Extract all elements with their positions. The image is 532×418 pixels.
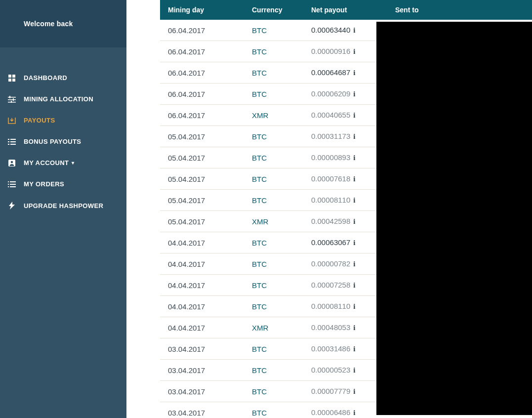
- cell-currency[interactable]: BTC: [244, 381, 303, 402]
- cell-currency[interactable]: BTC: [244, 275, 303, 296]
- cell-currency[interactable]: BTC: [244, 126, 303, 147]
- info-icon[interactable]: i: [353, 90, 355, 98]
- col-currency[interactable]: Currency: [244, 0, 303, 20]
- sidebar-item-my-account[interactable]: MY ACCOUNT▾: [0, 152, 126, 173]
- cell-currency[interactable]: BTC: [244, 360, 303, 381]
- info-icon[interactable]: i: [353, 281, 355, 289]
- info-icon[interactable]: i: [353, 260, 355, 268]
- cell-currency[interactable]: BTC: [244, 296, 303, 317]
- cell-mining-day: 03.04.2017: [160, 402, 244, 418]
- svg-rect-1: [12, 75, 15, 78]
- info-icon[interactable]: i: [353, 69, 355, 77]
- cell-currency[interactable]: BTC: [244, 402, 303, 418]
- cell-net-payout: 0.00007258i: [303, 275, 387, 296]
- bolt-icon: [6, 202, 18, 209]
- content: Mining day Currency Net payout Sent to 0…: [126, 0, 532, 418]
- cell-net-payout: 0.00008110i: [303, 190, 387, 211]
- sidebar-item-mining-allocation[interactable]: MINING ALLOCATION: [0, 88, 126, 110]
- cell-mining-day: 05.04.2017: [160, 126, 244, 147]
- svg-rect-2: [8, 79, 11, 82]
- info-icon[interactable]: i: [353, 366, 355, 374]
- info-icon[interactable]: i: [353, 409, 355, 417]
- sidebar-item-upgrade-hashpower[interactable]: UPGRADE HASHPOWER: [0, 195, 126, 216]
- svg-point-17: [11, 161, 13, 163]
- svg-rect-21: [10, 184, 16, 185]
- col-sent-to[interactable]: Sent to: [387, 0, 532, 20]
- cell-net-payout: 0.00040655i: [303, 105, 387, 126]
- info-icon[interactable]: i: [353, 175, 355, 183]
- sidebar-item-my-orders[interactable]: MY ORDERS: [0, 173, 126, 195]
- info-icon[interactable]: i: [353, 26, 355, 34]
- cell-mining-day: 04.04.2017: [160, 275, 244, 296]
- cell-net-payout: 0.00000916i: [303, 41, 387, 62]
- cell-currency[interactable]: BTC: [244, 62, 303, 84]
- svg-rect-23: [10, 186, 16, 187]
- cell-currency[interactable]: XMR: [244, 317, 303, 338]
- cell-currency[interactable]: BTC: [244, 190, 303, 211]
- cell-mining-day: 06.04.2017: [160, 62, 244, 84]
- svg-rect-15: [10, 144, 16, 145]
- info-icon[interactable]: i: [353, 154, 355, 162]
- cell-net-payout: 0.00000893i: [303, 147, 387, 168]
- cell-mining-day: 06.04.2017: [160, 41, 244, 62]
- cell-net-payout: 0.00007618i: [303, 168, 387, 190]
- info-icon[interactable]: i: [353, 132, 355, 140]
- cell-currency[interactable]: XMR: [244, 105, 303, 126]
- cell-currency[interactable]: BTC: [244, 20, 303, 41]
- cell-net-payout: 0.00063067i: [303, 232, 387, 253]
- info-icon[interactable]: i: [353, 239, 355, 247]
- svg-rect-9: [11, 101, 12, 103]
- user-icon: [6, 160, 18, 167]
- svg-rect-3: [12, 79, 15, 82]
- cell-currency[interactable]: BTC: [244, 147, 303, 168]
- cell-net-payout: 0.00000782i: [303, 253, 387, 275]
- cell-net-payout: 0.00006486i: [303, 402, 387, 418]
- sidebar-item-label: UPGRADE HASHPOWER: [24, 202, 103, 209]
- sidebar-item-bonus-payouts[interactable]: BONUS PAYOUTS: [0, 131, 126, 152]
- svg-rect-10: [8, 139, 9, 140]
- download-box-icon: [6, 117, 18, 124]
- info-icon[interactable]: i: [353, 387, 355, 395]
- info-icon[interactable]: i: [353, 324, 355, 332]
- cell-net-payout: 0.00048053i: [303, 317, 387, 338]
- sidebar-item-label: MINING ALLOCATION: [24, 95, 93, 103]
- info-icon[interactable]: i: [353, 111, 355, 119]
- sidebar-item-label: DASHBOARD: [24, 74, 67, 82]
- cell-net-payout: 0.00042598i: [303, 211, 387, 232]
- welcome-label: Welcome back: [0, 0, 126, 47]
- col-mining-day[interactable]: Mining day: [160, 0, 244, 20]
- cell-currency[interactable]: XMR: [244, 211, 303, 232]
- info-icon[interactable]: i: [353, 302, 355, 310]
- cell-net-payout: 0.00008110i: [303, 296, 387, 317]
- cell-mining-day: 03.04.2017: [160, 360, 244, 381]
- info-icon[interactable]: i: [353, 217, 355, 225]
- cell-net-payout: 0.00031486i: [303, 338, 387, 360]
- info-icon[interactable]: i: [353, 47, 355, 55]
- svg-rect-13: [10, 141, 16, 142]
- svg-rect-11: [10, 139, 16, 140]
- sidebar-item-label: MY ACCOUNT: [24, 159, 69, 167]
- sidebar-item-label: PAYOUTS: [24, 117, 55, 124]
- sidebar-item-payouts[interactable]: PAYOUTS: [0, 110, 126, 131]
- cell-currency[interactable]: BTC: [244, 41, 303, 62]
- cell-currency[interactable]: BTC: [244, 253, 303, 275]
- col-net-payout[interactable]: Net payout: [303, 0, 387, 20]
- sidebar-item-label: BONUS PAYOUTS: [24, 138, 81, 145]
- cell-mining-day: 05.04.2017: [160, 147, 244, 168]
- list-icon: [6, 138, 18, 145]
- svg-rect-19: [10, 181, 16, 182]
- info-icon[interactable]: i: [353, 345, 355, 353]
- info-icon[interactable]: i: [353, 196, 355, 204]
- svg-rect-5: [8, 99, 16, 100]
- sidebar-item-dashboard[interactable]: DASHBOARD: [0, 67, 126, 88]
- cell-currency[interactable]: BTC: [244, 84, 303, 105]
- cell-currency[interactable]: BTC: [244, 168, 303, 190]
- cell-currency[interactable]: BTC: [244, 338, 303, 360]
- svg-rect-4: [8, 97, 16, 98]
- svg-rect-0: [8, 75, 11, 78]
- cell-mining-day: 05.04.2017: [160, 168, 244, 190]
- cell-mining-day: 06.04.2017: [160, 105, 244, 126]
- cell-currency[interactable]: BTC: [244, 232, 303, 253]
- cell-mining-day: 05.04.2017: [160, 190, 244, 211]
- cell-net-payout: 0.00064687i: [303, 62, 387, 84]
